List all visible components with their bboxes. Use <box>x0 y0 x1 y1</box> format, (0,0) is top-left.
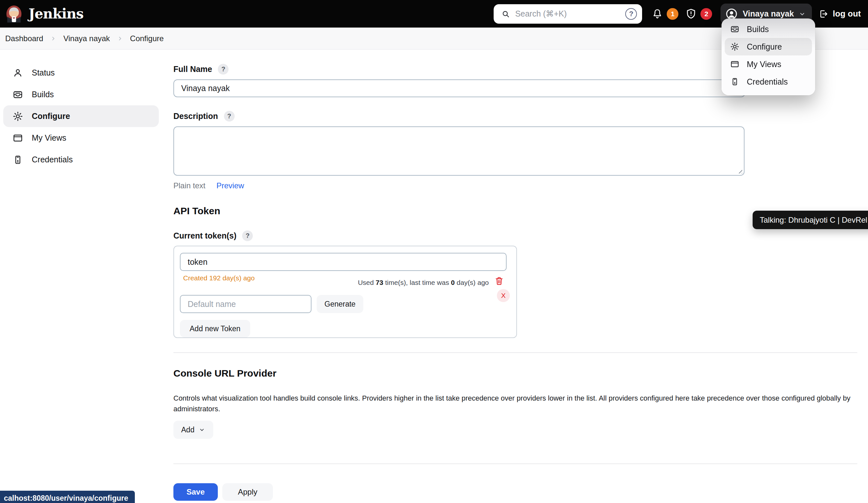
sidebar-item-credentials[interactable]: Credentials <box>3 149 159 171</box>
footer-divider <box>173 463 857 464</box>
preview-link[interactable]: Preview <box>217 181 244 190</box>
sidebar: Status Builds Configure My Views Credent… <box>0 50 162 171</box>
menu-item-my-views[interactable]: My Views <box>725 55 812 73</box>
section-divider <box>173 352 857 353</box>
console-url-provider-description: Controls what visualization tool handles… <box>173 393 858 414</box>
gear-icon <box>12 111 23 122</box>
search-icon <box>501 9 510 19</box>
apply-button[interactable]: Apply <box>223 483 273 501</box>
description-label: Description <box>173 112 218 121</box>
menu-item-credentials[interactable]: Credentials <box>725 73 812 90</box>
console-url-provider-heading: Console URL Provider <box>173 368 868 379</box>
user-icon <box>12 68 23 79</box>
jenkins-butler-icon <box>4 4 23 23</box>
sidebar-item-status[interactable]: Status <box>3 62 159 84</box>
logout-button[interactable]: log out <box>818 9 861 19</box>
token-created-text: Created 192 day(s) ago <box>183 274 255 282</box>
sidebar-item-label: My Views <box>32 133 66 143</box>
notification-badge[interactable]: 1 <box>667 8 679 20</box>
full-name-help-icon[interactable]: ? <box>218 64 228 74</box>
chevron-right-icon <box>50 35 57 42</box>
usage-suffix: day(s) ago <box>455 279 489 286</box>
cancel-token-button[interactable]: X <box>497 289 510 302</box>
sidebar-item-label: Credentials <box>32 155 73 164</box>
menu-item-label: My Views <box>747 60 782 69</box>
logout-icon <box>818 9 829 19</box>
security-badge[interactable]: 2 <box>701 8 712 20</box>
menu-item-configure[interactable]: Configure <box>725 38 812 55</box>
menu-item-label: Credentials <box>747 77 788 86</box>
usage-prefix: Used <box>358 279 376 286</box>
status-url-bar: calhost:8080/user/vinaya/configure <box>0 491 135 503</box>
menu-item-builds[interactable]: Builds <box>725 20 812 38</box>
search-box: ? <box>494 4 642 24</box>
token-usage-text: Used 73 time(s), last time was 0 day(s) … <box>358 279 489 287</box>
token-name-input[interactable] <box>180 253 507 271</box>
search-help-icon[interactable]: ? <box>625 8 637 20</box>
jenkins-home-link[interactable]: Jenkins <box>4 4 83 23</box>
sidebar-item-label: Configure <box>32 112 70 121</box>
chevron-down-icon <box>198 426 206 433</box>
generate-token-button[interactable]: Generate <box>317 295 363 313</box>
usage-middle: time(s), last time was <box>383 279 451 286</box>
sidebar-item-label: Status <box>32 68 55 78</box>
jenkins-logo-text: Jenkins <box>29 6 83 22</box>
search-input[interactable] <box>494 4 642 24</box>
breadcrumb-user[interactable]: Vinaya nayak <box>63 34 110 43</box>
id-card-icon <box>12 154 23 165</box>
menu-item-label: Builds <box>747 24 769 34</box>
sidebar-item-configure[interactable]: Configure <box>3 105 159 127</box>
description-help-icon[interactable]: ? <box>224 111 235 122</box>
id-card-icon <box>730 77 740 86</box>
user-name: Vinaya nayak <box>743 9 794 19</box>
menu-item-label: Configure <box>747 42 782 52</box>
new-token-name-input[interactable] <box>180 295 311 313</box>
inbox-icon <box>12 89 23 100</box>
description-textarea[interactable] <box>173 126 744 176</box>
window-icon <box>12 133 23 144</box>
current-tokens-label: Current token(s) <box>173 231 236 240</box>
sidebar-item-label: Builds <box>32 90 54 99</box>
notifications-button[interactable] <box>651 8 663 20</box>
shield-warning-icon <box>685 8 697 20</box>
chevron-right-icon <box>116 35 124 42</box>
breadcrumb-dashboard[interactable]: Dashboard <box>5 34 43 43</box>
logout-label: log out <box>833 9 861 19</box>
description-field-wrap <box>173 126 744 176</box>
talking-tooltip: Talking: Dhrubajyoti C | DevRel En... <box>753 211 868 229</box>
usage-count: 73 <box>376 279 383 286</box>
trash-icon <box>494 276 504 286</box>
jenkins-user-configure-page: Jenkins ? 1 2 Vinaya nayak <box>0 0 868 503</box>
full-name-input[interactable] <box>173 79 745 97</box>
add-new-token-button[interactable]: Add new Token <box>180 320 250 337</box>
bell-icon <box>651 8 663 20</box>
sidebar-item-builds[interactable]: Builds <box>3 84 159 105</box>
breadcrumb-configure[interactable]: Configure <box>130 34 164 43</box>
current-tokens-help-icon[interactable]: ? <box>242 230 253 241</box>
window-icon <box>730 59 740 69</box>
main-content: Full Name ? Description ? Plain text Pre… <box>173 50 868 439</box>
x-icon: X <box>501 292 506 299</box>
sidebar-item-my-views[interactable]: My Views <box>3 127 159 149</box>
full-name-label: Full Name <box>173 64 212 74</box>
add-provider-label: Add <box>181 425 195 434</box>
chevron-down-icon <box>798 10 806 18</box>
security-warnings-button[interactable] <box>685 8 697 20</box>
plain-text-label: Plain text <box>173 181 206 190</box>
add-provider-button[interactable]: Add <box>173 421 213 439</box>
token-card: Created 192 day(s) ago Used 73 time(s), … <box>173 246 517 338</box>
save-button[interactable]: Save <box>173 483 218 501</box>
usage-last-count: 0 <box>451 279 455 286</box>
revoke-token-button[interactable] <box>494 276 504 286</box>
inbox-icon <box>730 24 740 34</box>
user-dropdown-menu: Builds Configure My Views Credentials <box>722 19 815 95</box>
gear-icon <box>730 42 740 52</box>
